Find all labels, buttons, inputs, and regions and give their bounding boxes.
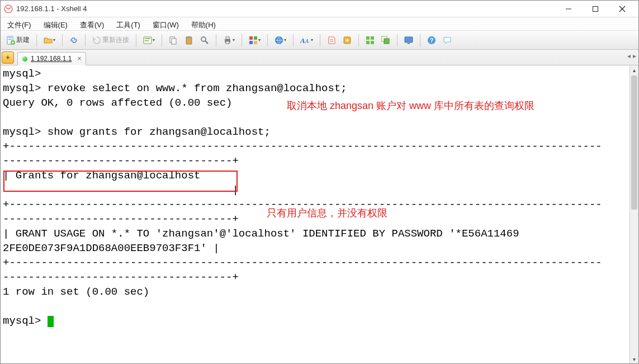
tab-scroll-right[interactable]: ▸ — [633, 52, 636, 60]
font-button[interactable]: AA▾ — [298, 34, 315, 47]
tile-icon — [366, 36, 375, 45]
transfer-icon — [343, 36, 352, 45]
svg-rect-10 — [145, 38, 150, 39]
copy-button[interactable] — [167, 34, 180, 47]
help-icon: ? — [427, 36, 436, 45]
svg-rect-23 — [249, 41, 253, 44]
close-button[interactable] — [609, 1, 635, 17]
terminal-line: mysql> show grants for zhangsan@localhos… — [3, 126, 271, 138]
svg-rect-31 — [366, 41, 370, 44]
paste-button[interactable] — [182, 34, 196, 47]
terminal-line: 1 row in set (0.00 sec) — [3, 286, 149, 298]
reconnect-label: 重新连接 — [102, 35, 129, 45]
terminal-line: +---------------------------------------… — [3, 198, 602, 211]
svg-rect-24 — [254, 41, 257, 44]
new-session-button[interactable]: 新建 — [4, 34, 32, 47]
link-button[interactable] — [67, 34, 81, 47]
session-tab-label: 1 192.168.1.1 — [31, 55, 72, 63]
paste-icon — [184, 36, 193, 45]
svg-rect-32 — [371, 41, 374, 44]
connection-status-icon — [22, 56, 27, 62]
terminal-line: | — [3, 184, 239, 196]
menu-bar: 文件(F) 编辑(E) 查看(V) 工具(T) 窗口(W) 帮助(H) — [1, 17, 638, 31]
add-tab-button[interactable]: + — [2, 51, 14, 64]
session-tab[interactable]: 1 192.168.1.1 × — [17, 52, 86, 65]
new-session-label: 新建 — [16, 35, 30, 45]
reconnect-button[interactable]: 重新连接 — [90, 34, 131, 47]
find-button[interactable] — [198, 34, 211, 47]
feedback-button[interactable] — [441, 34, 454, 47]
printer-icon — [223, 36, 232, 45]
svg-rect-19 — [226, 37, 229, 39]
terminal-line: | GRANT USAGE ON *.* TO 'zhangsan'@'loca… — [3, 228, 519, 240]
tile-button[interactable] — [363, 34, 377, 47]
print-button[interactable]: ▾ — [221, 34, 237, 47]
terminal-area: mysql> mysql> revoke select on www.* fro… — [1, 65, 638, 363]
menu-window[interactable]: 窗口(W) — [150, 19, 181, 31]
svg-rect-15 — [187, 36, 191, 38]
svg-rect-36 — [408, 43, 410, 44]
help-button[interactable]: ? — [425, 34, 438, 47]
svg-text:A: A — [300, 36, 305, 45]
vertical-scrollbar[interactable]: ▴ ▾ — [629, 65, 638, 363]
svg-rect-11 — [145, 40, 149, 41]
globe-icon — [274, 36, 283, 45]
menu-help[interactable]: 帮助(H) — [189, 19, 218, 31]
svg-text:?: ? — [430, 37, 434, 44]
terminal-output[interactable]: mysql> mysql> revoke select on www.* fro… — [1, 65, 638, 363]
maximize-button[interactable] — [583, 1, 608, 17]
menu-view[interactable]: 查看(V) — [78, 19, 106, 31]
terminal-line: mysql> — [3, 315, 48, 327]
scrollbar-thumb[interactable] — [631, 75, 637, 210]
cascade-button[interactable] — [379, 34, 392, 47]
minimize-button[interactable] — [556, 1, 581, 17]
toolbar: 新建 ▾ 重新连接 ▾ ▾ ▾ ▾ AA▾ — [1, 31, 638, 50]
svg-rect-35 — [405, 37, 413, 42]
tab-strip: + 1 192.168.1.1 × ◂ ▸ — [1, 50, 638, 65]
new-file-icon — [6, 36, 15, 45]
fullscreen-button[interactable] — [402, 34, 415, 47]
svg-rect-29 — [366, 36, 370, 40]
svg-rect-22 — [254, 36, 257, 40]
cascade-icon — [381, 36, 390, 45]
transfer-button[interactable] — [340, 34, 354, 47]
svg-rect-13 — [172, 39, 176, 44]
terminal-line: ------------------------------------+ — [3, 155, 239, 167]
tab-close-button[interactable]: × — [77, 55, 81, 63]
svg-rect-6 — [8, 37, 12, 38]
properties-button[interactable]: ▾ — [141, 34, 157, 47]
svg-rect-30 — [371, 36, 374, 40]
color-grid-icon — [249, 36, 258, 45]
menu-tools[interactable]: 工具(T) — [114, 19, 143, 31]
terminal-cursor — [48, 316, 54, 327]
encoding-button[interactable]: ▾ — [272, 34, 288, 47]
menu-file[interactable]: 文件(F) — [5, 19, 34, 31]
menu-edit[interactable]: 编辑(E) — [41, 19, 70, 31]
svg-rect-20 — [226, 41, 229, 44]
terminal-line: | Grants for zhangsan@localhost — [3, 169, 627, 182]
terminal-line: +---------------------------------------… — [3, 257, 602, 269]
monitor-icon — [404, 36, 413, 45]
link-icon — [69, 36, 78, 45]
color-scheme-button[interactable]: ▾ — [247, 34, 263, 47]
scroll-up-button[interactable]: ▴ — [630, 65, 638, 74]
tab-scroll-left[interactable]: ◂ — [627, 52, 631, 60]
title-bar: 192.168.1.1 - Xshell 4 — [1, 1, 638, 17]
terminal-line: Query OK, 0 rows affected (0.00 sec) — [3, 97, 232, 109]
properties-icon — [143, 36, 152, 45]
terminal-line: mysql> revoke select on www.* from zhang… — [3, 82, 347, 94]
speech-bubble-icon — [443, 36, 452, 45]
terminal-line: ------------------------------------+ — [3, 213, 239, 225]
scroll-down-button[interactable]: ▾ — [630, 354, 638, 363]
search-icon — [200, 36, 209, 45]
folder-open-icon — [44, 36, 53, 45]
script-button[interactable] — [325, 34, 338, 47]
terminal-line: ------------------------------------+ — [3, 271, 239, 283]
svg-rect-7 — [8, 39, 12, 40]
open-button[interactable]: ▾ — [41, 34, 58, 47]
terminal-line: mysql> — [3, 68, 41, 80]
reconnect-icon — [92, 36, 101, 45]
svg-rect-2 — [593, 6, 598, 11]
svg-line-17 — [205, 41, 208, 44]
svg-text:A: A — [305, 38, 309, 44]
